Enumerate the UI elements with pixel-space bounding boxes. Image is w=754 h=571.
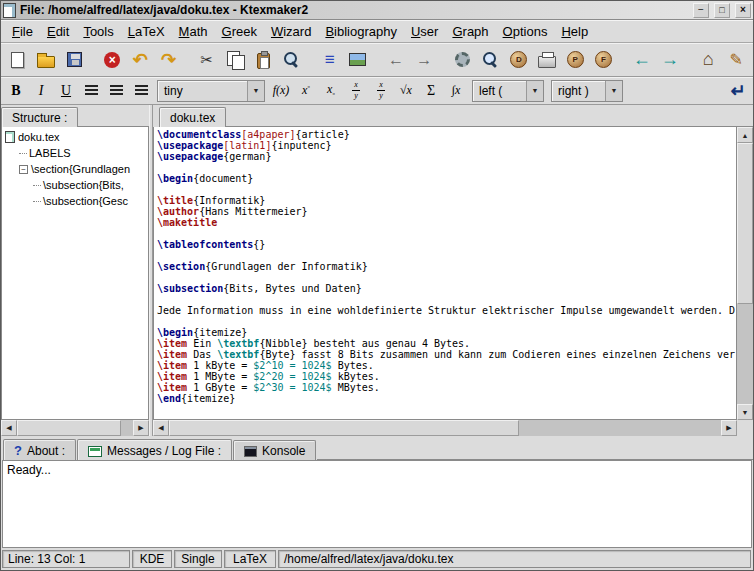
superscript-button[interactable]: x▫ bbox=[294, 79, 318, 102]
tree-item-label: \subsection{Bits, bbox=[43, 179, 124, 191]
main-area: Structure : doku.texLABELS−\section{Grun… bbox=[1, 105, 753, 436]
bullet-list-button[interactable] bbox=[316, 46, 343, 73]
left-delimiter-dropdown[interactable]: left ( ▼ bbox=[472, 80, 544, 102]
font-size-dropdown[interactable]: tiny ▼ bbox=[157, 80, 265, 102]
view-ps-button[interactable] bbox=[562, 46, 589, 73]
scroll-right-icon[interactable]: ▶ bbox=[133, 420, 149, 436]
next-document-button[interactable] bbox=[411, 46, 438, 73]
home-button[interactable] bbox=[694, 46, 721, 73]
tree-item-label: \section{Grundlagen bbox=[31, 163, 130, 175]
tree-item-3[interactable]: \subsection{Bits, bbox=[3, 177, 147, 193]
redo-button[interactable] bbox=[155, 46, 182, 73]
menu-greek[interactable]: Greek bbox=[215, 22, 264, 41]
sum-button[interactable]: Σ bbox=[419, 79, 443, 102]
view-pdf-button[interactable] bbox=[590, 46, 617, 73]
scroll-right-icon[interactable]: ▶ bbox=[721, 420, 737, 436]
editor-vscrollbar[interactable]: ▲ ▼ bbox=[737, 127, 753, 420]
undo-button[interactable] bbox=[127, 46, 154, 73]
compile-button[interactable] bbox=[449, 46, 476, 73]
function-button[interactable]: f(x) bbox=[269, 79, 293, 102]
next-document-icon bbox=[416, 51, 432, 69]
code-line: \tableofcontents{} bbox=[157, 239, 736, 250]
close-icon[interactable] bbox=[735, 3, 751, 18]
menu-help[interactable]: Help bbox=[554, 22, 595, 41]
save-button[interactable] bbox=[60, 46, 87, 73]
binomial-button[interactable]: xy bbox=[369, 79, 393, 102]
fraction-button[interactable]: xy bbox=[344, 79, 368, 102]
editor-hscrollbar[interactable]: ◀ ▶ bbox=[153, 420, 737, 436]
underline-button[interactable]: U bbox=[54, 79, 78, 102]
minimize-icon[interactable] bbox=[693, 3, 709, 18]
integral-button[interactable]: ∫x bbox=[444, 79, 468, 102]
edit-mode-button[interactable] bbox=[723, 46, 750, 73]
editor-tab-doku[interactable]: doku.tex bbox=[159, 107, 226, 127]
menu-math[interactable]: Math bbox=[172, 22, 215, 41]
structure-hscrollbar[interactable]: ◀ ▶ bbox=[1, 420, 149, 436]
print-button[interactable] bbox=[533, 46, 560, 73]
scrollbar-thumb[interactable] bbox=[169, 420, 519, 436]
scroll-left-icon[interactable]: ◀ bbox=[1, 420, 17, 436]
structure-panel: Structure : doku.texLABELS−\section{Grun… bbox=[1, 105, 149, 436]
preview-button[interactable] bbox=[477, 46, 504, 73]
scroll-left-icon[interactable]: ◀ bbox=[153, 420, 169, 436]
scrollbar-thumb[interactable] bbox=[737, 143, 753, 304]
title-bar[interactable]: File: /home/alfred/latex/java/doku.tex -… bbox=[1, 1, 753, 20]
collapse-icon[interactable]: − bbox=[19, 165, 28, 174]
forward-button[interactable] bbox=[656, 46, 683, 73]
previous-document-button[interactable] bbox=[382, 46, 409, 73]
align-left-icon bbox=[85, 85, 98, 97]
view-dvi-button[interactable] bbox=[505, 46, 532, 73]
chevron-down-icon[interactable]: ▼ bbox=[247, 81, 264, 101]
insert-image-button[interactable] bbox=[344, 46, 371, 73]
bullet-list-icon bbox=[325, 50, 335, 70]
menu-user[interactable]: User bbox=[404, 22, 445, 41]
align-center-button[interactable] bbox=[104, 79, 128, 102]
menu-file[interactable]: File bbox=[5, 22, 40, 41]
scrollbar-thumb[interactable] bbox=[17, 420, 121, 436]
bold-button[interactable]: B bbox=[4, 79, 28, 102]
align-left-button[interactable] bbox=[79, 79, 103, 102]
bottom-tab-1[interactable]: Messages / Log File : bbox=[77, 439, 232, 460]
back-button[interactable] bbox=[628, 46, 655, 73]
chevron-down-icon[interactable]: ▼ bbox=[526, 81, 543, 101]
term-icon bbox=[244, 446, 257, 457]
tree-item-4[interactable]: \subsection{Gesc bbox=[3, 193, 147, 209]
subscript-button[interactable]: x▫ bbox=[319, 79, 343, 102]
tree-item-0[interactable]: doku.tex bbox=[3, 129, 147, 145]
paste-button[interactable] bbox=[250, 46, 277, 73]
bottom-tab-2[interactable]: Konsole bbox=[233, 440, 316, 460]
structure-tab[interactable]: Structure : bbox=[1, 107, 78, 127]
copy-button[interactable] bbox=[221, 46, 248, 73]
align-justify-button[interactable] bbox=[129, 79, 153, 102]
menu-tools[interactable]: Tools bbox=[76, 22, 120, 41]
menu-bibliography[interactable]: Bibliography bbox=[318, 22, 404, 41]
editor-text-area[interactable]: \documentclass[a4paper]{article}\usepack… bbox=[153, 127, 737, 420]
sqrt-button[interactable]: √x bbox=[394, 79, 418, 102]
tree-item-1[interactable]: LABELS bbox=[3, 145, 147, 161]
italic-button[interactable]: I bbox=[29, 79, 53, 102]
menu-wizard[interactable]: Wizard bbox=[264, 22, 318, 41]
menu-latex[interactable]: LaTeX bbox=[121, 22, 172, 41]
maximize-icon[interactable] bbox=[714, 3, 730, 18]
right-delimiter-dropdown[interactable]: right ) ▼ bbox=[551, 80, 623, 102]
code-line bbox=[157, 272, 736, 283]
code-line bbox=[157, 184, 736, 195]
scroll-up-icon[interactable]: ▲ bbox=[737, 127, 753, 143]
cut-button[interactable] bbox=[193, 46, 220, 73]
menu-edit[interactable]: Edit bbox=[40, 22, 76, 41]
open-button[interactable] bbox=[32, 46, 59, 73]
close-button[interactable] bbox=[99, 46, 126, 73]
bottom-tab-label: About : bbox=[27, 444, 65, 458]
newline-button[interactable] bbox=[726, 79, 750, 102]
bottom-tab-0[interactable]: About : bbox=[3, 439, 76, 460]
menu-options[interactable]: Options bbox=[496, 22, 555, 41]
tree-item-2[interactable]: −\section{Grundlagen bbox=[3, 161, 147, 177]
log-output[interactable]: Ready... bbox=[2, 460, 752, 548]
find-button[interactable] bbox=[278, 46, 305, 73]
save-icon bbox=[67, 52, 82, 67]
chevron-down-icon[interactable]: ▼ bbox=[605, 81, 622, 101]
new-document-button[interactable] bbox=[4, 46, 31, 73]
scroll-down-icon[interactable]: ▼ bbox=[737, 404, 753, 420]
bottom-tab-label: Konsole bbox=[262, 444, 305, 458]
menu-graph[interactable]: Graph bbox=[445, 22, 495, 41]
